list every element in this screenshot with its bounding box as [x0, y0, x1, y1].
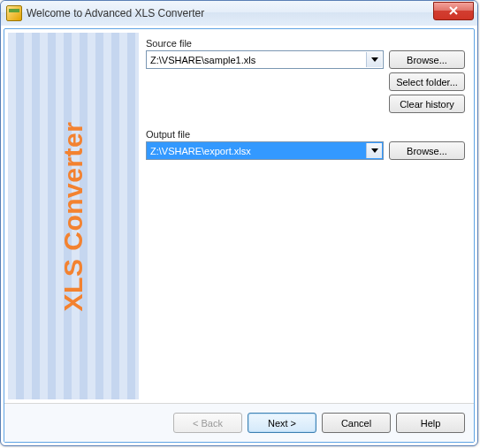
output-file-label: Output file: [146, 129, 465, 140]
close-button[interactable]: [433, 2, 474, 20]
output-file-value: Z:\VSHARE\export.xlsx: [150, 146, 251, 156]
next-button[interactable]: Next >: [248, 413, 316, 433]
chevron-down-icon[interactable]: [366, 143, 382, 158]
source-file-group: Source file Z:\VSHARE\sample1.xls Browse…: [146, 38, 465, 117]
source-file-combo[interactable]: Z:\VSHARE\sample1.xls: [146, 50, 384, 69]
titlebar: Welcome to Advanced XLS Converter: [1, 1, 477, 26]
window-title: Welcome to Advanced XLS Converter: [27, 7, 204, 19]
back-button: < Back: [173, 413, 242, 433]
banner-text: XLS Converter: [58, 121, 88, 311]
output-browse-button[interactable]: Browse...: [389, 141, 465, 160]
output-file-group: Output file Z:\VSHARE\export.xlsx Browse…: [146, 129, 465, 160]
source-file-value: Z:\VSHARE\sample1.xls: [150, 55, 255, 65]
source-browse-button[interactable]: Browse...: [389, 50, 465, 69]
wizard-footer: < Back Next > Cancel Help: [4, 403, 474, 442]
client-area: XLS Converter Source file Z:\VSHARE\samp…: [4, 28, 475, 443]
chevron-down-icon[interactable]: [366, 52, 382, 67]
content: XLS Converter Source file Z:\VSHARE\samp…: [4, 29, 474, 403]
main-pane: Source file Z:\VSHARE\sample1.xls Browse…: [142, 33, 470, 399]
app-icon: [6, 5, 22, 21]
output-file-combo[interactable]: Z:\VSHARE\export.xlsx: [146, 141, 384, 160]
select-folder-button[interactable]: Select folder...: [389, 72, 465, 91]
clear-history-button[interactable]: Clear history: [389, 95, 465, 113]
help-button[interactable]: Help: [396, 413, 465, 433]
app-window: Welcome to Advanced XLS Converter XLS Co…: [0, 0, 478, 446]
cancel-button[interactable]: Cancel: [322, 413, 391, 433]
close-icon: [449, 6, 458, 15]
source-file-label: Source file: [146, 38, 465, 49]
side-banner: XLS Converter: [8, 33, 139, 399]
